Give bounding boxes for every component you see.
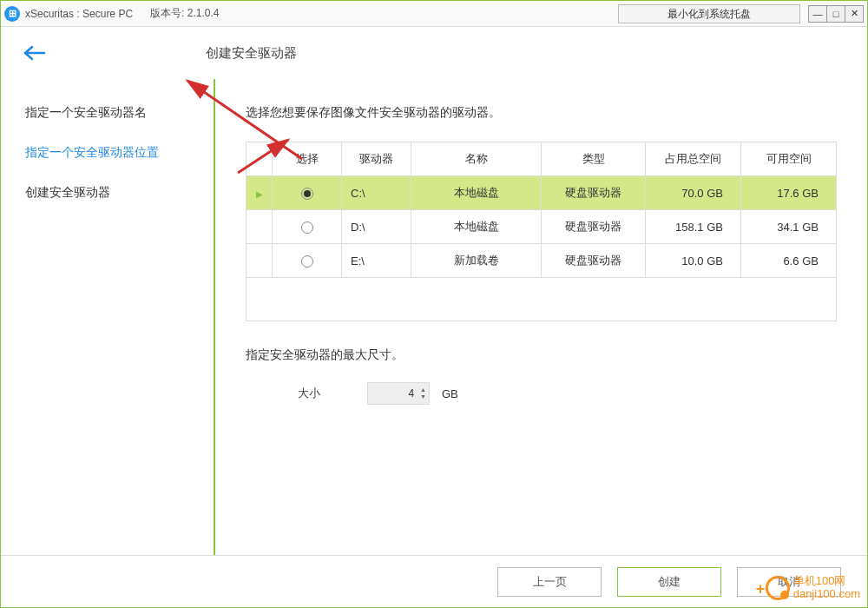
- row-type: 硬盘驱动器: [542, 176, 646, 210]
- row-total: 10.0 GB: [646, 244, 741, 278]
- row-name: 本地磁盘: [411, 176, 542, 210]
- instruction-text: 选择您想要保存图像文件安全驱动器的驱动器。: [246, 105, 837, 121]
- prev-button[interactable]: 上一页: [497, 567, 602, 597]
- col-total: 占用总空间: [646, 142, 741, 176]
- back-arrow-icon: [22, 44, 46, 62]
- size-spinner[interactable]: 4 ▲▼: [367, 382, 430, 405]
- row-total: 70.0 GB: [646, 176, 741, 210]
- col-drive: 驱动器: [342, 142, 411, 176]
- sidebar-item-name-drive[interactable]: 指定一个安全驱动器名: [25, 105, 214, 121]
- row-total: 158.1 GB: [646, 210, 741, 244]
- sidebar-item-location[interactable]: 指定一个安全驱动器位置: [25, 145, 214, 161]
- version-label: 版本号: 2.1.0.4: [150, 6, 219, 21]
- watermark-line1: 单机100网: [793, 575, 860, 587]
- row-free: 6.6 GB: [741, 244, 837, 278]
- watermark-line2: danji100.com: [793, 588, 860, 600]
- row-free: 17.6 GB: [741, 176, 837, 210]
- row-indicator: [247, 244, 273, 278]
- row-type: 硬盘驱动器: [542, 244, 646, 278]
- size-unit: GB: [442, 387, 458, 400]
- col-indicator: [247, 142, 273, 176]
- row-drive: D:\: [342, 210, 411, 244]
- table-row[interactable]: ▶C:\本地磁盘硬盘驱动器70.0 GB17.6 GB: [247, 176, 837, 210]
- row-name: 本地磁盘: [411, 210, 542, 244]
- radio-icon[interactable]: [301, 188, 313, 200]
- col-type: 类型: [542, 142, 646, 176]
- titlebar: ⊞ xSecuritas : Secure PC 版本号: 2.1.0.4 最小…: [1, 1, 867, 27]
- size-value: 4: [368, 387, 418, 400]
- row-free: 34.1 GB: [741, 210, 837, 244]
- header: 创建安全驱动器: [1, 27, 867, 79]
- page-title: 创建安全驱动器: [206, 45, 297, 62]
- radio-icon[interactable]: [301, 221, 313, 234]
- minimize-to-tray-button[interactable]: 最小化到系统托盘: [618, 4, 800, 23]
- row-drive: E:\: [342, 244, 411, 278]
- minimize-button[interactable]: —: [808, 5, 827, 23]
- table-empty-space: [246, 278, 837, 321]
- col-name: 名称: [411, 142, 542, 176]
- row-indicator: ▶: [247, 176, 273, 210]
- size-instruction: 指定安全驱动器的最大尺寸。: [246, 347, 837, 363]
- row-drive: C:\: [342, 176, 411, 210]
- main-panel: 选择您想要保存图像文件安全驱动器的驱动器。 选择 驱动器 名称 类型 占用总空间…: [215, 79, 867, 555]
- row-select[interactable]: [273, 210, 342, 244]
- app-logo-icon: ⊞: [4, 6, 20, 22]
- table-row[interactable]: E:\新加载卷硬盘驱动器10.0 GB6.6 GB: [247, 244, 837, 278]
- back-button[interactable]: [18, 37, 49, 69]
- col-select: 选择: [273, 142, 342, 176]
- table-row[interactable]: D:\本地磁盘硬盘驱动器158.1 GB34.1 GB: [247, 210, 837, 244]
- sidebar-item-create[interactable]: 创建安全驱动器: [25, 185, 214, 201]
- create-button[interactable]: 创建: [617, 567, 721, 597]
- watermark: 单机100网 danji100.com: [766, 575, 860, 600]
- size-field-label: 大小: [298, 386, 367, 401]
- close-button[interactable]: ✕: [845, 5, 864, 23]
- row-indicator: [247, 210, 273, 244]
- app-title: xSecuritas : Secure PC: [25, 8, 133, 20]
- maximize-button[interactable]: □: [826, 5, 845, 23]
- footer: 上一页 创建 取消: [1, 555, 867, 607]
- col-free: 可用空间: [741, 142, 837, 176]
- watermark-icon: [766, 576, 790, 600]
- row-name: 新加载卷: [411, 244, 542, 278]
- row-select[interactable]: [273, 176, 342, 210]
- radio-icon[interactable]: [301, 255, 313, 268]
- sidebar: 指定一个安全驱动器名 指定一个安全驱动器位置 创建安全驱动器: [1, 79, 214, 555]
- row-type: 硬盘驱动器: [542, 210, 646, 244]
- spinner-arrows-icon[interactable]: ▲▼: [418, 387, 429, 400]
- row-select[interactable]: [273, 244, 342, 278]
- drive-table: 选择 驱动器 名称 类型 占用总空间 可用空间 ▶C:\本地磁盘硬盘驱动器70.…: [246, 142, 837, 278]
